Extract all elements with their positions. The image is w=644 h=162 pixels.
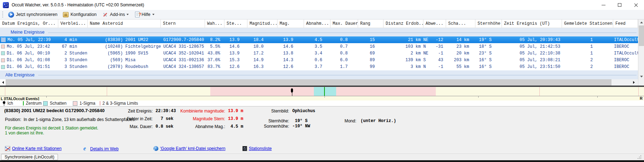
- column-header-gemeldete_stationen[interactable]: Gemeldete Stationen: [562, 19, 613, 28]
- center-line-icon: [23, 101, 24, 105]
- event-marker-icon: [1, 58, 5, 62]
- mond-value: (unter Horiz.): [361, 118, 396, 123]
- cell-max_dauer: 0.7: [330, 43, 358, 50]
- cell-abnahme: 3.7: [304, 64, 330, 70]
- column-header-feed[interactable]: Feed: [613, 19, 638, 28]
- column-header-ste[interactable]: Ste...: [224, 19, 247, 28]
- column-header-wahrscheinlichkeit[interactable]: Wah...: [205, 19, 224, 28]
- cell-verblei: 2 Stunden: [58, 50, 88, 57]
- link-online-karte[interactable]: Online Karte mit Stationen: [5, 146, 62, 151]
- link-details-im-web[interactable]: Details im Web: [83, 146, 118, 151]
- column-header-sternhoehe[interactable]: Sternhöhe: [475, 19, 502, 28]
- event-marker-icon: [1, 65, 5, 69]
- section-alle-ereignisse[interactable]: Alle Ereignisse: [0, 70, 638, 79]
- legend-item-1-sigma: 1-Sigma: [73, 101, 95, 106]
- cell-verblei: 3 Stunden: [58, 57, 88, 64]
- table-row[interactable]: Di. 06 Jul, 00:10 2 Stunden (5965) 1990 …: [0, 50, 638, 57]
- my-station-pin[interactable]: [291, 87, 293, 96]
- chevron-down-icon: [127, 14, 129, 15]
- cell-abweichung: -12: [423, 36, 446, 43]
- cell-datum: Di. 06 Jul, 01:08: [0, 57, 58, 64]
- minimize-button[interactable]: [595, 0, 611, 10]
- cell-ste: 15.3: [224, 57, 247, 64]
- close-button[interactable]: [628, 0, 644, 10]
- maximize-button[interactable]: [611, 0, 628, 10]
- legend-item-ich: Ich: [3, 101, 13, 106]
- cell-abweichung: 43: [423, 57, 446, 64]
- column-header-datum[interactable]: Datum Ereignis, Or...: [0, 19, 58, 28]
- column-header-zeit_ereignis[interactable]: Zeit Ereignis (UT): [502, 19, 562, 28]
- column-header-schatten[interactable]: Scha...: [446, 19, 475, 28]
- column-header-mag[interactable]: Mag.: [277, 19, 304, 28]
- configuration-button[interactable]: Konfiguration: [60, 11, 99, 19]
- my-position-pin-icon: [3, 101, 5, 106]
- column-header-max_dauer[interactable]: Max. Dauer: [330, 19, 358, 28]
- cell-distanz: 139 km S: [384, 57, 423, 64]
- column-header-stern[interactable]: Stern: [161, 19, 205, 28]
- sternbild-label: Sternbild:: [251, 109, 289, 114]
- center-line: [324, 87, 325, 96]
- horizontal-scrollbar-thumb[interactable]: [6, 79, 611, 86]
- event-title: (83830) 2001 UM22 bedeckt G172900.7-2058…: [4, 108, 105, 113]
- cell-gemeldete_stationen: 2: [562, 57, 613, 64]
- browser-icon: [83, 146, 88, 151]
- cell-sternhoehe: 16° S: [475, 64, 502, 70]
- column-header-abnahme[interactable]: Abnahm...: [304, 19, 330, 28]
- cell-stern: UCAC4 331-128675: [161, 43, 205, 50]
- section-label: Alle Ereignisse: [5, 73, 35, 77]
- column-header-abweichung[interactable]: Abwe...: [423, 19, 446, 28]
- cell-magnitud: 14.9: [247, 57, 277, 64]
- scroll-left-button[interactable]: [0, 79, 6, 86]
- cell-datum: Mo. 05 Jul, 22:39: [0, 36, 58, 43]
- screen-edge: [0, 160, 644, 162]
- toolbar-grip[interactable]: [2, 11, 3, 18]
- sigma-limit-line: [539, 87, 540, 96]
- column-header-distanz[interactable]: Distanz Erdob...: [384, 19, 423, 28]
- sigma-limit-line-icon: [100, 101, 100, 105]
- cell-mag: 13.8: [277, 50, 304, 57]
- table-row[interactable]: Di. 06 Jul, 01:51 3 Stunden (2978) Roude…: [0, 64, 638, 70]
- help-menu-button[interactable]: Hilfe: [131, 11, 157, 19]
- scroll-up-button[interactable]: [638, 19, 644, 25]
- cell-distanz: 2 km NE: [384, 50, 423, 57]
- column-header-rang[interactable]: Rang: [358, 19, 384, 28]
- table-row[interactable]: Mo. 05 Jul, 23:4267 min(10248) Fichtelge…: [0, 43, 638, 50]
- resize-grip[interactable]: [638, 155, 641, 159]
- zeit-ereignis-value: 22:39:43: [156, 109, 176, 114]
- table-row[interactable]: Di. 06 Jul, 01:08 3 Stunden (569) MisaUC…: [0, 57, 638, 64]
- event-timeline: L [ITALOccult Events] R: [0, 87, 644, 100]
- cell-wahrscheinlichkeit: 8.2%: [205, 36, 224, 43]
- vertical-scrollbar[interactable]: [638, 19, 644, 79]
- shadow-box-icon: [43, 101, 48, 106]
- cell-sternhoehe: 16° S: [475, 57, 502, 64]
- cell-magnitud: 16.3: [247, 64, 277, 70]
- sternhoehe-value: 19° S: [292, 118, 308, 123]
- timeline-band[interactable]: [0, 87, 644, 96]
- column-header-name_asteroid[interactable]: Name Asteroid: [88, 19, 161, 28]
- map-icon: [5, 146, 10, 151]
- timeline-tick: [46, 96, 47, 98]
- column-header-verblei[interactable]: Verblei...: [58, 19, 88, 28]
- column-header-magnitud[interactable]: Magnitud...: [247, 19, 277, 28]
- help-icon: [135, 12, 140, 17]
- scroll-down-button[interactable]: [638, 74, 644, 79]
- sync-now-button[interactable]: Jetzt synchronisieren: [5, 11, 60, 19]
- horizontal-scrollbar[interactable]: [0, 79, 644, 86]
- sonnenhoehe-label: Sonnenhöhe:: [251, 124, 289, 129]
- cell-datum: Mo. 05 Jul, 23:42: [0, 43, 58, 50]
- cell-stern: G172900.7-205840: [161, 36, 205, 43]
- event-details-panel: (83830) 2001 UM22 bedeckt G172900.7-2058…: [0, 106, 644, 145]
- link-stationsliste[interactable]: Stationsliste: [242, 146, 272, 151]
- addins-menu-button[interactable]: Add-ins: [99, 11, 131, 19]
- section-meine-ereignisse[interactable]: Meine Ereignisse: [0, 28, 638, 36]
- cell-mag: 14.3: [277, 57, 304, 64]
- cell-feed: ITALOccult: [613, 36, 638, 43]
- scroll-right-button[interactable]: [631, 79, 637, 86]
- cell-zeit_ereignis: 05 Jul, 20:39:43: [502, 36, 562, 43]
- max-dauer-label: Max. Dauer:: [92, 124, 153, 129]
- link-google-earth-kml[interactable]: 'Google Earth' kml-Datei speichern: [153, 146, 226, 151]
- section-rule: [48, 33, 637, 33]
- vertical-scrollbar-thumb[interactable]: [639, 25, 644, 46]
- fehler-in-zeit-label: Fehler in Zeit:: [92, 116, 153, 121]
- table-row[interactable]: Mo. 05 Jul, 22:39 4 min(83830) 2001 UM22…: [0, 36, 638, 43]
